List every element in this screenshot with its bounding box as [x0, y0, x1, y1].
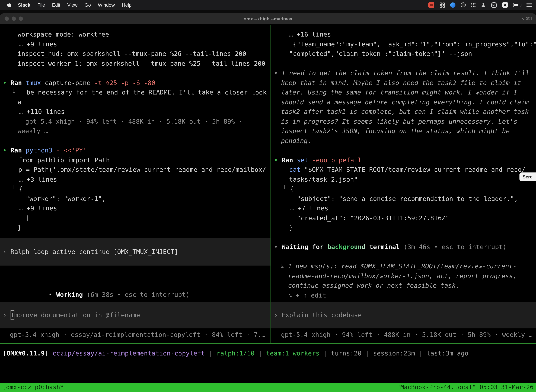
working-label: Working	[56, 291, 83, 298]
terminal-body: workspace_mode: worktree… +9 linesinspec…	[0, 25, 536, 392]
terminal-line: '{"team_name":"my-team","task_id":"1","f…	[271, 39, 536, 49]
terminal-line: cat "$OMX_TEAM_STATE_ROOT/team/review-cu…	[271, 165, 536, 174]
terminal-line: readme-and-reco/mailbox/worker-1.json, a…	[271, 271, 536, 281]
list-icon[interactable]	[526, 3, 532, 7]
terminal-line: … +7 lines	[271, 203, 536, 213]
screen: Slack File Edit View Go Window Help 61 A	[0, 0, 536, 392]
tmux-pane-left[interactable]: workspace_mode: worktree… +9 linesinspec…	[0, 25, 270, 343]
terminal-line	[271, 232, 536, 242]
terminal-line: … +9 lines	[0, 39, 270, 49]
working-bullet-icon: •	[48, 291, 56, 298]
zoom-button[interactable]	[19, 17, 23, 21]
omx-last: last:3m ago	[427, 348, 469, 358]
terminal-line: gpt-5.4 xhigh · 94% left · 488K in · 5.1…	[0, 117, 270, 126]
menu-edit[interactable]: Edit	[48, 2, 64, 8]
terminal-line: at	[0, 97, 270, 107]
menu-view[interactable]: View	[64, 2, 81, 8]
menu-file[interactable]: File	[34, 2, 49, 8]
terminal-line: should send a message before completing …	[271, 97, 536, 107]
terminal-line: task2 after task1 is complete, but can I…	[271, 107, 536, 117]
terminal-line: workspace_mode: worktree	[0, 29, 270, 39]
terminal-empty-space	[0, 358, 536, 383]
menu-go[interactable]: Go	[81, 2, 94, 8]
terminal-line: "completed","claim_token":"claim-token"}…	[271, 49, 536, 58]
working-detail: (6m 38s • esc to interrupt)	[83, 291, 190, 298]
terminal-line: inspect_hud: omx sparkshell --tmux-pane …	[0, 49, 270, 58]
app-menu-slack[interactable]: Slack	[14, 2, 34, 8]
prompt-chevron-icon: ›	[3, 310, 10, 320]
blue-app-icon[interactable]	[450, 2, 455, 8]
inject-text: Ralph loop active continue [OMX_TMUX_INJ…	[10, 247, 178, 257]
minimize-button[interactable]	[12, 17, 16, 21]
tmux-session-window[interactable]: [omx-cczip0:bash*	[2, 383, 64, 392]
menu-window[interactable]: Window	[94, 2, 118, 8]
menu-bar-left: Slack File Edit View Go Window Help	[4, 2, 135, 8]
inject-prompt-icon: ›	[3, 247, 10, 257]
terminal-line: from pathlib import Path	[0, 155, 270, 165]
terminal-window: omx --xhigh --madmax ⌥⌘1 workspace_mode:…	[0, 13, 536, 392]
omx-status-line: [OMX#0.11.9] cczip/essay/ai-reimplementa…	[0, 344, 536, 358]
terminal-line: … +110 lines	[0, 107, 270, 117]
terminal-line: is in progress? It seems likely but perh…	[271, 117, 536, 126]
tmux-status-bar: [omx-cczip0:bash* "MacBook-Pro-44.local"…	[0, 383, 536, 392]
dark-app-icon[interactable]	[461, 2, 466, 7]
window-title: omx --xhigh --madmax	[0, 16, 536, 21]
omx-version: [OMX#0.11.9]	[3, 348, 48, 358]
omx-session: session:23m	[373, 348, 415, 358]
terminal-line	[271, 58, 536, 68]
battery-ring-icon[interactable]: 61	[491, 2, 497, 8]
terminal-line: p = Path('.omx/state/team/review-current…	[0, 165, 270, 174]
text-cursor: I	[10, 310, 14, 320]
right-input-field[interactable]: › Explain this codebase	[271, 302, 536, 328]
inject-banner: › Ralph loop active continue [OMX_TMUX_I…	[0, 238, 270, 265]
tmux-panes: workspace_mode: worktree… +9 linesinspec…	[0, 25, 536, 343]
terminal-line: └ {	[0, 184, 270, 194]
prompt-chevron-icon: ›	[274, 310, 282, 320]
window-grid-icon[interactable]	[440, 2, 445, 8]
terminal-line: … +16 lines	[271, 29, 536, 39]
menu-bar: Slack File Edit View Go Window Help 61 A	[0, 0, 536, 10]
terminal-line: inspect task2's JSON, focusing on the st…	[271, 126, 536, 136]
battery-icon[interactable]	[513, 3, 521, 7]
tmux-pane-right[interactable]: … +16 lines'{"team_name":"my-team","task…	[271, 25, 536, 343]
right-status-line: gpt-5.4 xhigh · 94% left · 488K in · 5.1…	[271, 330, 536, 339]
title-bar[interactable]: omx --xhigh --madmax ⌥⌘1	[0, 13, 536, 24]
right-scrollback: … +16 lines'{"team_name":"my-team","task…	[271, 25, 536, 300]
menu-help[interactable]: Help	[118, 2, 135, 8]
apple-menu-icon[interactable]	[4, 2, 14, 8]
terminal-line: • Ran python3 - <<'PY'	[0, 145, 270, 155]
terminal-line: "created_at": "2026-03-31T11:59:27.816Z"	[271, 213, 536, 223]
terminal-line: └ {	[271, 184, 536, 194]
omx-ralph: ralph:1/10	[216, 348, 255, 358]
terminal-line	[0, 68, 270, 78]
omx-project-path: cczip/essay/ai-reimplementation-copyleft	[53, 348, 205, 358]
screen-recording-icon[interactable]	[428, 2, 434, 8]
titlebar-shortcut: ⌥⌘1	[521, 16, 532, 21]
terminal-line: "subject": "send a concise recommendatio…	[271, 194, 536, 203]
left-input-field[interactable]: › Improve documentation in @filename	[0, 302, 270, 328]
terminal-line: pending.	[271, 136, 536, 145]
terminal-line: weekly …	[0, 126, 270, 136]
terminal-line: ]	[0, 213, 270, 223]
terminal-line: … +9 lines	[0, 203, 270, 213]
terminal-line: "worker": "worker-1",	[0, 194, 270, 203]
terminal-line: • Ran tmux capture-pane -t %25 -p -S -80	[0, 78, 270, 88]
right-input-text: Explain this codebase	[282, 310, 362, 320]
terminal-line	[0, 136, 270, 145]
terminal-line: }	[271, 223, 536, 232]
tmux-host-time: "MacBook-Pro-44.local" 05:03 31-Mar-26	[397, 383, 534, 392]
input-source-icon[interactable]: A	[502, 2, 508, 8]
screenshot-tooltip[interactable]: Scre	[519, 173, 536, 181]
terminal-line: later. Using the same for transition mig…	[271, 88, 536, 97]
terminal-line: continue assigned work or next feasible …	[271, 281, 536, 290]
person-app-icon[interactable]	[481, 2, 486, 7]
terminal-line	[271, 145, 536, 155]
close-button[interactable]	[5, 17, 9, 21]
terminal-line: }	[0, 223, 270, 232]
dots-grid-icon[interactable]	[471, 2, 476, 7]
terminal-line: • Ran set -euo pipefail	[271, 155, 536, 165]
terminal-line: ↳ 1 new msg(s): read $OMX_TEAM_STATE_ROO…	[271, 261, 536, 271]
left-scrollback: workspace_mode: worktree… +9 linesinspec…	[0, 25, 270, 232]
terminal-line: tasks/task-2.json"	[271, 174, 536, 184]
terminal-line	[271, 252, 536, 261]
